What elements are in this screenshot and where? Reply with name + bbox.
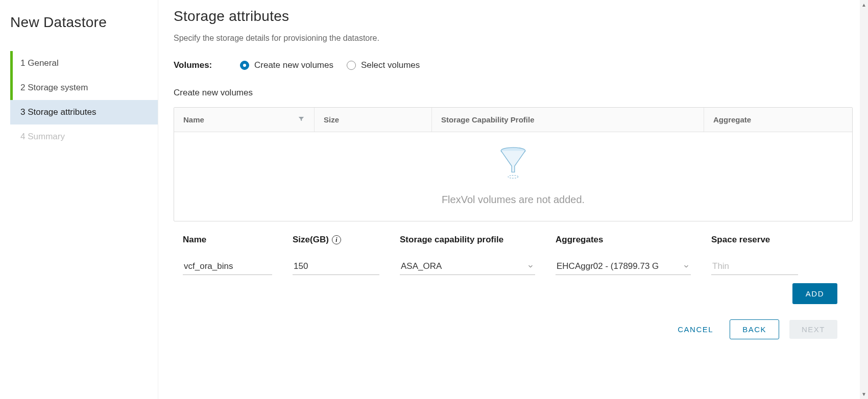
empty-message: FlexVol volumes are not added.: [442, 194, 585, 206]
step-num: 2: [20, 83, 25, 92]
step-label: Summary: [28, 132, 65, 141]
space-reserve-select: Thin: [711, 259, 798, 275]
cancel-button[interactable]: CANCEL: [671, 320, 719, 339]
wizard-footer: CANCEL BACK NEXT: [174, 319, 853, 339]
radio-create-new-volumes[interactable]: Create new volumes: [240, 60, 333, 70]
col-header-storage-capability-profile[interactable]: Storage Capability Profile: [432, 108, 704, 132]
size-label: Size(GB) i: [293, 235, 379, 245]
svg-point-1: [508, 176, 518, 179]
chevron-down-icon: [683, 262, 690, 272]
col-header-aggregate[interactable]: Aggregate: [704, 108, 852, 132]
space-reserve-label: Space reserve: [711, 235, 798, 245]
col-header-size[interactable]: Size: [315, 108, 432, 132]
wizard-step-summary: 4 Summary: [10, 124, 158, 149]
volumes-table-empty: FlexVol volumes are not added.: [174, 132, 852, 221]
next-button: NEXT: [789, 320, 837, 339]
radio-icon: [240, 61, 249, 70]
step-num: 3: [20, 107, 25, 117]
size-label-text: Size(GB): [293, 235, 329, 245]
scroll-up-icon[interactable]: ▲: [861, 2, 866, 8]
step-num: 4: [20, 132, 25, 141]
page-title: Storage attributes: [174, 8, 853, 24]
volumes-table: Name Size Storage Capability Profile Agg…: [174, 107, 853, 221]
radio-select-volumes[interactable]: Select volumes: [347, 60, 420, 70]
radio-label: Select volumes: [361, 60, 420, 70]
vertical-scrollbar[interactable]: ▲ ▼: [860, 0, 868, 399]
step-label: General: [28, 58, 58, 68]
size-input[interactable]: [293, 259, 379, 275]
col-header-label: Aggregate: [713, 115, 751, 124]
page-description: Specify the storage details for provisio…: [174, 34, 853, 43]
wizard-step-general[interactable]: 1 General: [10, 51, 158, 76]
select-value: EHCAggr02 - (17899.73 G: [557, 261, 659, 271]
info-icon[interactable]: i: [332, 235, 341, 244]
volumes-radio-group: Volumes: Create new volumes Select volum…: [174, 60, 853, 70]
funnel-icon: [495, 146, 531, 184]
select-value: Thin: [712, 261, 729, 271]
select-value: ASA_ORA: [401, 261, 442, 271]
step-label: Storage attributes: [28, 107, 96, 117]
scroll-down-icon[interactable]: ▼: [861, 391, 866, 397]
scp-select[interactable]: ASA_ORA: [400, 259, 535, 275]
aggregates-select[interactable]: EHCAggr02 - (17899.73 G: [556, 259, 691, 275]
radio-icon: [347, 61, 356, 70]
back-button[interactable]: BACK: [730, 319, 779, 339]
wizard-content: Storage attributes Specify the storage d…: [158, 0, 868, 399]
section-label: Create new volumes: [174, 88, 853, 98]
name-input[interactable]: [183, 259, 272, 275]
radio-label: Create new volumes: [254, 60, 333, 70]
chevron-down-icon: [527, 262, 534, 272]
volumes-label: Volumes:: [174, 60, 230, 70]
wizard-sidebar: New Datastore 1 General 2 Storage system…: [0, 0, 158, 399]
new-volume-form: Name Size(GB) i Storage capability profi…: [174, 235, 853, 275]
volumes-table-header: Name Size Storage Capability Profile Agg…: [174, 108, 852, 132]
wizard-steps: 1 General 2 Storage system 3 Storage att…: [10, 51, 158, 149]
col-header-name[interactable]: Name: [174, 108, 315, 132]
wizard-title: New Datastore: [10, 14, 158, 31]
scp-label: Storage capability profile: [400, 235, 535, 245]
col-header-label: Storage Capability Profile: [441, 115, 535, 124]
aggregates-label: Aggregates: [556, 235, 691, 245]
col-header-label: Size: [324, 115, 339, 124]
col-header-label: Name: [183, 115, 204, 124]
add-button[interactable]: ADD: [792, 283, 837, 304]
step-num: 1: [20, 58, 25, 68]
wizard-step-storage-system[interactable]: 2 Storage system: [10, 76, 158, 100]
step-label: Storage system: [28, 83, 88, 92]
wizard-step-storage-attributes[interactable]: 3 Storage attributes: [10, 100, 158, 124]
name-label: Name: [183, 235, 272, 245]
filter-icon[interactable]: [298, 115, 305, 124]
